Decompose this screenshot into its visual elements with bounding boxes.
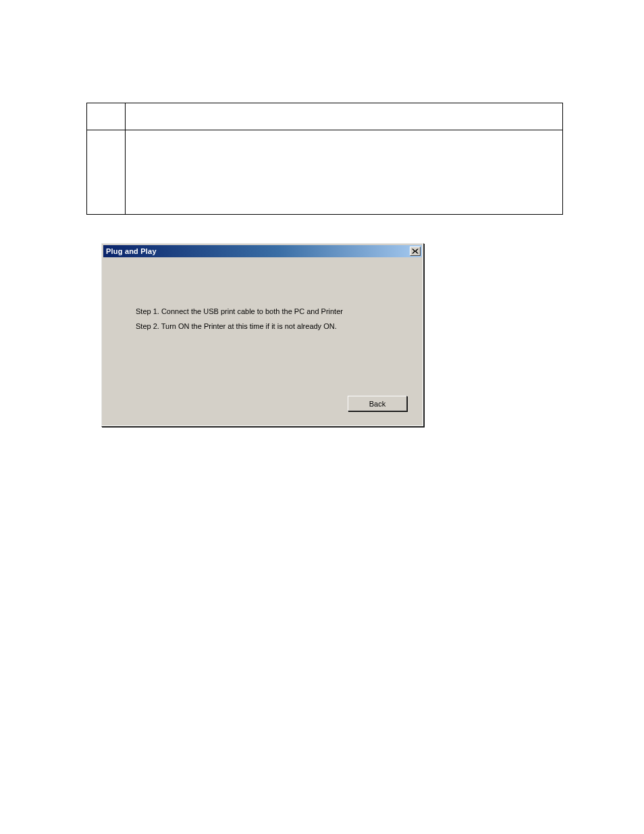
table-header-row	[87, 103, 562, 130]
dialog-content: Step 1. Connect the USB print cable to b…	[136, 307, 410, 337]
step-2-text: Step 2. Turn ON the Printer at this time…	[136, 322, 410, 330]
table-region	[86, 103, 563, 215]
plug-and-play-dialog: Plug and Play Step 1. Connect the USB pr…	[101, 243, 424, 427]
back-button[interactable]: Back	[348, 396, 407, 411]
close-icon	[412, 249, 419, 254]
back-button-label: Back	[369, 400, 385, 408]
dialog-title: Plug and Play	[106, 247, 157, 255]
table-column-divider	[125, 103, 126, 214]
dialog-titlebar: Plug and Play	[103, 245, 422, 257]
close-button[interactable]	[410, 246, 421, 256]
step-1-text: Step 1. Connect the USB print cable to b…	[136, 307, 410, 315]
